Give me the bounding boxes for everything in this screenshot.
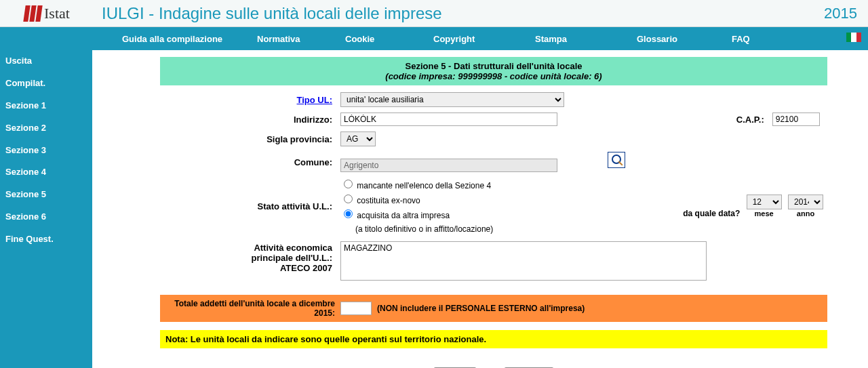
page-title: IULGI - Indagine sulle unità locali dell… xyxy=(102,4,824,23)
indirizzo-input[interactable] xyxy=(340,113,557,126)
section-title: Sezione 5 - Dati strutturali dell'unità … xyxy=(160,61,827,71)
menu-normativa[interactable]: Normativa xyxy=(248,34,336,44)
app-header: Istat IULGI - Indagine sulle unità local… xyxy=(0,0,868,27)
comune-input xyxy=(340,159,557,172)
sidebar-item-sezione-5[interactable]: Sezione 5 xyxy=(0,184,92,206)
attivita-label-l1: Attività economica xyxy=(254,243,332,253)
section-header: Sezione 5 - Dati strutturali dell'unità … xyxy=(160,57,827,85)
stato-radio-mancante[interactable] xyxy=(344,180,353,188)
header-year: 2015 xyxy=(824,5,868,22)
cap-label: C.A.P.: xyxy=(648,110,768,129)
main-content: Sezione 5 - Dati strutturali dell'unità … xyxy=(92,50,868,368)
sidebar-item-sezione-4[interactable]: Sezione 4 xyxy=(0,161,92,184)
stato-radio-exnovo[interactable] xyxy=(344,195,353,203)
anno-sublabel: anno xyxy=(788,209,823,218)
sidebar-item-fine-quest[interactable]: Fine Quest. xyxy=(0,228,92,251)
totale-input[interactable] xyxy=(340,302,372,315)
menu-cookie[interactable]: Cookie xyxy=(336,34,424,44)
logo: Istat xyxy=(0,5,102,22)
attivita-textarea[interactable] xyxy=(340,241,707,281)
menu-guida[interactable]: Guida alla compilazione xyxy=(102,34,248,44)
top-menu: Guida alla compilazione Normativa Cookie… xyxy=(0,27,868,50)
provincia-label: Sigla provincia: xyxy=(160,129,336,149)
totale-row: Totale addetti dell'unità locale a dicem… xyxy=(160,295,827,322)
sidebar-item-sezione-6[interactable]: Sezione 6 xyxy=(0,206,92,228)
attivita-label-l3: ATECO 2007 xyxy=(280,263,332,273)
cap-input[interactable] xyxy=(772,113,820,126)
tipo-ul-label[interactable]: Tipo UL: xyxy=(297,95,332,105)
stato-opt3-label: acquisita da altra impresa xyxy=(357,211,450,220)
stato-opt3-sub: (a titolo definitivo o in affitto/locazi… xyxy=(355,223,644,236)
da-quale-data-label: da quale data? xyxy=(683,209,740,218)
stato-label: Stato attività U.L.: xyxy=(160,175,336,239)
stato-opt1-label: mancante nell'elenco della Sezione 4 xyxy=(357,181,491,190)
sidebar-item-sezione-2[interactable]: Sezione 2 xyxy=(0,117,92,140)
totale-label: Totale addetti dell'unità locale a dicem… xyxy=(165,299,340,318)
sidebar-item-uscita[interactable]: Uscita xyxy=(0,50,92,73)
sidebar: Uscita Compilat. Sezione 1 Sezione 2 Sez… xyxy=(0,50,92,368)
menu-glossario[interactable]: Glossario xyxy=(627,34,722,44)
mese-sublabel: mese xyxy=(747,209,782,218)
indirizzo-label: Indirizzo: xyxy=(160,110,336,129)
flag-icon[interactable] xyxy=(846,33,861,42)
anno-select[interactable]: 2014 xyxy=(788,195,823,209)
menu-stampa[interactable]: Stampa xyxy=(526,34,627,44)
section-subtitle: (codice impresa: 999999998 - codice unit… xyxy=(160,71,827,81)
search-icon[interactable] xyxy=(608,152,625,168)
menu-copyright[interactable]: Copyright xyxy=(424,34,526,44)
sidebar-item-sezione-1[interactable]: Sezione 1 xyxy=(0,95,92,117)
logo-text: Istat xyxy=(44,5,70,22)
sidebar-item-sezione-3[interactable]: Sezione 3 xyxy=(0,140,92,162)
menu-faq[interactable]: FAQ xyxy=(722,34,760,44)
comune-label: Comune: xyxy=(160,149,336,175)
nota-row: Nota: Le unità locali da indicare sono q… xyxy=(160,330,827,348)
stato-radio-acquisita[interactable] xyxy=(344,209,353,218)
tipo-ul-select[interactable]: unita' locale ausiliaria xyxy=(340,92,564,107)
totale-note: (NON includere il PERSONALE ESTERNO all'… xyxy=(377,304,585,313)
provincia-select[interactable]: AG xyxy=(340,131,376,146)
logo-icon xyxy=(24,5,41,22)
stato-opt2-label: costituita ex-novo xyxy=(357,196,420,205)
attivita-label-l2: principale dell'U.L.: xyxy=(252,253,332,263)
mese-select[interactable]: 12 xyxy=(747,195,782,209)
sidebar-item-compilat[interactable]: Compilat. xyxy=(0,73,92,95)
